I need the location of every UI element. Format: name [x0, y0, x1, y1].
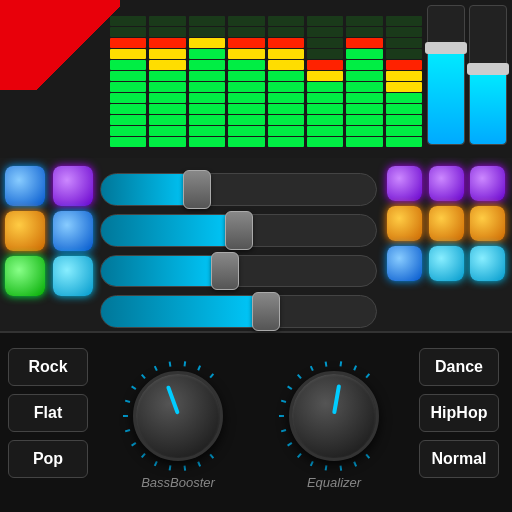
pad-right-5[interactable] — [470, 206, 505, 241]
pad-left-3[interactable] — [53, 211, 93, 251]
pad-right-2[interactable] — [470, 166, 505, 201]
eq-bar-5 — [307, 16, 343, 148]
right-sliders — [427, 5, 507, 155]
pad-right-8[interactable] — [470, 246, 505, 281]
pad-right-0[interactable] — [387, 166, 422, 201]
right-slider-handle-1[interactable] — [467, 63, 509, 75]
knob-container-0: BassBooster — [123, 361, 233, 490]
pad-right-6[interactable] — [387, 246, 422, 281]
pad-right-4[interactable] — [429, 206, 464, 241]
knob-0[interactable] — [133, 371, 223, 461]
eq-segment-yellow — [149, 60, 185, 70]
eq-bar-1 — [149, 16, 185, 148]
eq-segment-red — [268, 38, 304, 48]
svg-line-20 — [326, 465, 327, 470]
eq-segment-green — [189, 115, 225, 125]
mixer-section — [0, 158, 512, 333]
eq-segment-dark — [386, 27, 422, 37]
eq-segment-green — [228, 60, 264, 70]
svg-line-33 — [366, 374, 369, 378]
fader-0[interactable] — [100, 173, 377, 206]
pad-right-7[interactable] — [429, 246, 464, 281]
fader-1[interactable] — [100, 214, 377, 247]
svg-line-27 — [288, 386, 292, 389]
eq-bar-4 — [268, 16, 304, 148]
eq-segment-green — [110, 126, 146, 136]
eq-segment-green — [149, 104, 185, 114]
preset-right-normal[interactable]: Normal — [419, 440, 499, 478]
faders-area — [100, 168, 377, 328]
eq-segment-dark — [149, 27, 185, 37]
eq-segment-green — [189, 49, 225, 59]
eq-segment-dark — [189, 27, 225, 37]
svg-line-30 — [326, 362, 327, 367]
preset-left-pop[interactable]: Pop — [8, 440, 88, 478]
eq-segment-dark — [228, 16, 264, 26]
svg-line-13 — [170, 362, 171, 367]
eq-segment-green — [110, 137, 146, 147]
pad-left-1[interactable] — [53, 166, 93, 206]
knob-label-0: BassBooster — [141, 475, 215, 490]
svg-line-7 — [125, 430, 130, 431]
fader-handle-0[interactable] — [183, 170, 211, 209]
fader-handle-1[interactable] — [225, 211, 253, 250]
preset-left-rock[interactable]: Rock — [8, 348, 88, 386]
knob-indicator-1 — [332, 384, 341, 414]
eq-bar-3 — [228, 16, 264, 148]
eq-segment-green — [346, 49, 382, 59]
eq-segment-dark — [307, 49, 343, 59]
right-slider-0[interactable] — [427, 5, 465, 145]
eq-segment-green — [268, 137, 304, 147]
eq-segment-dark — [307, 16, 343, 26]
eq-segment-green — [268, 115, 304, 125]
fader-2[interactable] — [100, 255, 377, 288]
eq-bar-6 — [346, 16, 382, 148]
fader-handle-3[interactable] — [252, 292, 280, 331]
eq-segment-green — [307, 82, 343, 92]
eq-segment-green — [228, 82, 264, 92]
eq-segment-red — [307, 60, 343, 70]
eq-segment-green — [307, 104, 343, 114]
eq-segment-green — [268, 71, 304, 81]
eq-segment-green — [307, 93, 343, 103]
pad-left-0[interactable] — [5, 166, 45, 206]
eq-segment-green — [189, 93, 225, 103]
eq-segment-dark — [346, 16, 382, 26]
eq-segment-green — [189, 126, 225, 136]
eq-segment-green — [189, 71, 225, 81]
eq-segment-dark — [346, 27, 382, 37]
preset-left-flat[interactable]: Flat — [8, 394, 88, 432]
preset-right-dance[interactable]: Dance — [419, 348, 499, 386]
eq-segment-green — [268, 104, 304, 114]
eq-segment-dark — [268, 16, 304, 26]
eq-segment-green — [307, 137, 343, 147]
eq-segment-green — [228, 104, 264, 114]
eq-segment-green — [189, 60, 225, 70]
svg-line-6 — [132, 443, 136, 446]
knob-indicator-0 — [166, 385, 180, 415]
right-slider-1[interactable] — [469, 5, 507, 145]
pad-left-2[interactable] — [5, 211, 45, 251]
eq-segment-green — [149, 93, 185, 103]
eq-segment-green — [268, 82, 304, 92]
pad-right-3[interactable] — [387, 206, 422, 241]
eq-segment-yellow — [268, 60, 304, 70]
svg-line-10 — [132, 386, 136, 389]
eq-segment-dark — [307, 38, 343, 48]
pad-left-5[interactable] — [53, 256, 93, 296]
eq-segment-green — [386, 115, 422, 125]
eq-segment-green — [386, 137, 422, 147]
corner-badge — [0, 0, 120, 90]
preset-right-hiphop[interactable]: HipHop — [419, 394, 499, 432]
right-slider-handle-0[interactable] — [425, 42, 467, 54]
knob-1[interactable] — [289, 371, 379, 461]
pad-right-1[interactable] — [429, 166, 464, 201]
eq-segment-green — [149, 115, 185, 125]
pad-left-4[interactable] — [5, 256, 45, 296]
fader-handle-2[interactable] — [211, 252, 239, 291]
fader-3[interactable] — [100, 295, 377, 328]
eq-segment-green — [386, 93, 422, 103]
eq-segment-green — [346, 82, 382, 92]
eq-segment-green — [228, 71, 264, 81]
eq-segment-green — [149, 137, 185, 147]
